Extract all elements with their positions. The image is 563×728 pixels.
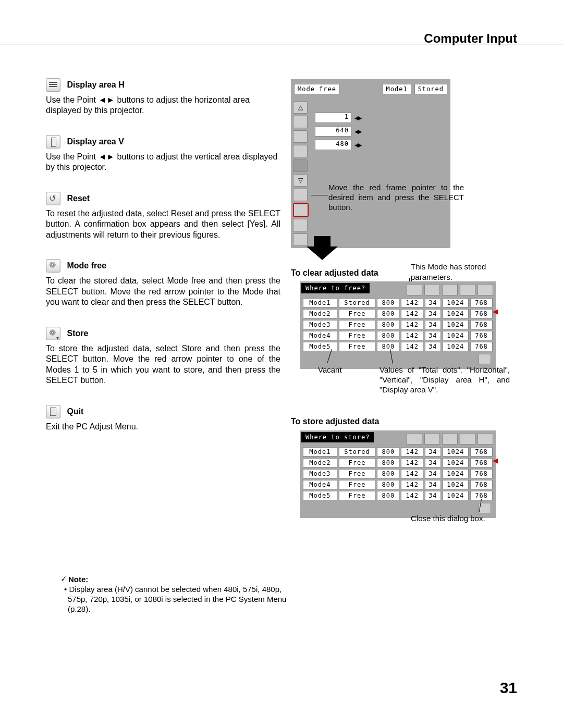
table-cell: 768	[470, 342, 493, 351]
col-icon-area-v	[478, 433, 493, 445]
osd-header: Mode free Mode1 Stored	[291, 79, 450, 99]
table-cell: 768	[470, 331, 493, 340]
value-box: 1	[315, 113, 351, 123]
table-cell: Free	[339, 309, 376, 318]
table-cell: Mode2	[303, 458, 337, 467]
red-pointer-icon: ◀	[493, 307, 498, 315]
table-cell: 800	[377, 331, 399, 340]
checkmark-icon: ✓	[60, 574, 67, 584]
page-header: Computer Input	[424, 31, 517, 46]
label-to-clear: To clear adjusted data	[291, 268, 378, 278]
hint-stored-params: This Mode has stored parameters.	[411, 262, 515, 282]
sync-icon[interactable]	[293, 116, 308, 128]
table-cell: 34	[425, 447, 440, 456]
col-icon-area-h	[460, 284, 475, 295]
table-cell: Mode5	[303, 342, 337, 351]
table-cell: 142	[401, 309, 423, 318]
table-cell: Free	[339, 320, 376, 329]
quit-dialog-icon[interactable]	[479, 354, 491, 364]
table-cell: 768	[470, 309, 493, 318]
osd-mode-free-panel: Mode free Mode1 Stored △ ▽	[291, 79, 450, 248]
table-cell: 768	[470, 447, 493, 456]
table-cell: 34	[425, 342, 440, 351]
section-store: Store To store the adjusted data, select…	[46, 327, 280, 386]
mode-free-osd-icon[interactable]	[293, 203, 309, 217]
annot-values: Values of "Total dots", "Horizontal", "V…	[380, 365, 510, 395]
col-icon-area-v	[478, 284, 493, 295]
display-area-h-icon	[46, 78, 60, 92]
table-row[interactable]: Mode3Free800142341024768	[303, 469, 493, 478]
quit-osd-icon[interactable]	[293, 233, 308, 246]
table-cell: 1024	[443, 491, 469, 500]
table-row[interactable]: Mode1Stored800142341024768	[303, 447, 493, 456]
reset-icon	[46, 192, 60, 205]
current-item-icon[interactable]	[293, 159, 308, 172]
table-cell: Mode1	[303, 447, 337, 456]
annot-vacant: Vacant	[318, 365, 342, 375]
left-right-icon[interactable]: ◀▶	[354, 142, 361, 149]
section-body: Exit the PC Adjust Menu.	[46, 422, 280, 432]
mode-grid-store: Mode1Stored800142341024768Mode2Free80014…	[301, 446, 494, 502]
table-cell: Mode4	[303, 331, 337, 340]
section-title: Store	[67, 329, 88, 338]
store-osd-icon[interactable]	[293, 219, 308, 231]
table-cell: Free	[339, 458, 376, 467]
osd-table-title: Where to free?	[301, 283, 370, 293]
table-cell: 800	[377, 491, 399, 500]
table-row[interactable]: Mode4Free800142341024768	[303, 480, 493, 489]
osd-stored-button[interactable]: Stored	[414, 84, 447, 94]
quit-icon	[46, 405, 60, 418]
table-cell: 34	[425, 491, 440, 500]
table-row[interactable]: Mode3Free800142341024768	[303, 320, 493, 329]
table-cell: 142	[401, 480, 423, 489]
table-cell: 800	[377, 458, 399, 467]
red-pointer-icon: ◀	[493, 456, 498, 464]
table-cell: 1024	[443, 447, 469, 456]
section-title: Mode free	[67, 261, 106, 270]
section-reset: Reset To reset the adjusted data, select…	[46, 192, 280, 240]
osd-title-button[interactable]: Mode free	[294, 84, 340, 94]
store-icon	[46, 327, 60, 340]
section-body: Use the Point ◄► buttons to adjust the v…	[46, 152, 280, 173]
table-cell: 142	[401, 491, 423, 500]
reset-osd-icon[interactable]	[293, 189, 308, 201]
table-row[interactable]: Mode4Free800142341024768	[303, 331, 493, 340]
table-cell: 768	[470, 320, 493, 329]
col-icon-area-h	[460, 433, 475, 445]
table-cell: 1024	[443, 480, 469, 489]
table-cell: Mode5	[303, 491, 337, 500]
table-cell: Mode2	[303, 309, 337, 318]
table-cell: 142	[401, 320, 423, 329]
table-row[interactable]: Mode1Stored800142341024768	[303, 298, 493, 307]
col-icon-h	[424, 433, 440, 445]
h-pos-icon[interactable]	[293, 130, 308, 143]
table-cell: 800	[377, 480, 399, 489]
v-pos-icon[interactable]	[293, 145, 308, 157]
osd-icon-column: △ ▽	[291, 99, 313, 248]
table-cell: 34	[425, 320, 440, 329]
left-right-icon[interactable]: ◀▶	[354, 115, 361, 121]
section-title: Quit	[67, 407, 83, 416]
table-row[interactable]: Mode2Free800142341024768	[303, 458, 493, 467]
scroll-down-icon[interactable]: ▽	[293, 174, 308, 187]
leader-line	[311, 195, 328, 195]
table-row[interactable]: Mode5Free800142341024768	[303, 491, 493, 500]
col-icon-v	[442, 433, 458, 445]
table-cell: 142	[401, 447, 423, 456]
table-cell: 800	[377, 320, 399, 329]
value-box: 480	[315, 140, 351, 150]
table-cell: 142	[401, 469, 423, 478]
scroll-up-icon[interactable]: △	[293, 101, 308, 114]
table-row[interactable]: Mode2Free800142341024768	[303, 309, 493, 318]
table-cell: 800	[377, 309, 399, 318]
value-row-sync: 1 ◀▶	[315, 113, 361, 123]
page-number: 31	[500, 679, 517, 697]
value-box: 640	[315, 126, 351, 137]
table-cell: 34	[425, 480, 440, 489]
section-quit: Quit Exit the PC Adjust Menu.	[46, 405, 280, 432]
left-right-icon[interactable]: ◀▶	[354, 128, 361, 135]
note-body: • Display area (H/V) cannot be selected …	[68, 584, 290, 614]
table-cell: Mode3	[303, 320, 337, 329]
osd-mode1-button[interactable]: Mode1	[383, 84, 411, 94]
table-cell: 1024	[443, 298, 469, 307]
